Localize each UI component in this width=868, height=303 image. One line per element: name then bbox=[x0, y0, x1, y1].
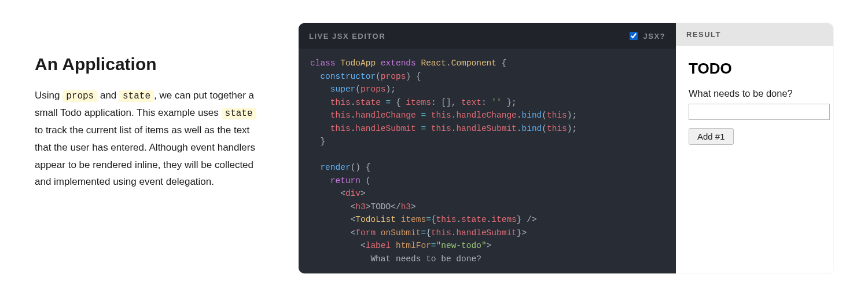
section-description: Using props and state, we can put togeth… bbox=[35, 87, 266, 191]
editor-header: LIVE JSX EDITOR JSX? bbox=[299, 23, 676, 49]
result-body: TODO What needs to be done? Add #1 bbox=[676, 46, 833, 273]
desc-text: to track the current list of items as we… bbox=[35, 125, 255, 187]
section-title: An Application bbox=[35, 54, 266, 74]
jsx-toggle[interactable]: JSX? bbox=[627, 30, 665, 42]
example-panel: LIVE JSX EDITOR JSX? class TodoApp exten… bbox=[299, 23, 833, 273]
todo-heading: TODO bbox=[689, 60, 830, 78]
result-panel: RESULT TODO What needs to be done? Add #… bbox=[676, 23, 833, 273]
editor-header-label: LIVE JSX EDITOR bbox=[309, 32, 385, 41]
add-button[interactable]: Add #1 bbox=[689, 128, 734, 145]
jsx-label: JSX? bbox=[643, 32, 665, 41]
desc-text: Using bbox=[35, 90, 62, 101]
code-props: props bbox=[62, 90, 97, 102]
description-column: An Application Using props and state, we… bbox=[35, 23, 266, 273]
editor-panel: LIVE JSX EDITOR JSX? class TodoApp exten… bbox=[299, 23, 676, 273]
code-state: state bbox=[119, 90, 154, 102]
code-editor[interactable]: class TodoApp extends React.Component { … bbox=[299, 49, 676, 273]
todo-input[interactable] bbox=[689, 104, 830, 120]
jsx-checkbox[interactable] bbox=[630, 32, 638, 40]
result-header-label: RESULT bbox=[676, 23, 833, 46]
todo-input-label: What needs to be done? bbox=[689, 88, 830, 99]
desc-text: and bbox=[97, 90, 119, 101]
code-state: state bbox=[222, 108, 256, 119]
